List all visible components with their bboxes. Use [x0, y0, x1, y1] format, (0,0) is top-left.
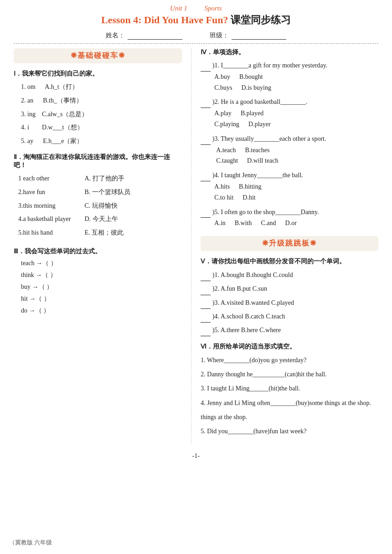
fill-5: 5. Did you________(have)fun last week? — [201, 426, 378, 437]
past-item-2: think →（ ） — [21, 271, 182, 279]
mc-options-3-wrap: A.teach B.teaches C.taught D.will teach — [202, 145, 378, 167]
sports-label: Sports — [205, 5, 222, 12]
phonetics-3: )3. A.visited B.wanted C.played — [201, 297, 378, 309]
mc-item-4: )4. I taught Jenny________the ball. A.hi… — [201, 170, 378, 203]
mc-item-1: )1. I________a gift for my mother yester… — [201, 60, 378, 93]
phonetics-2: )2. A.fun B.put C.sun — [201, 283, 378, 295]
section-II: Ⅱ．淘淘猫正在和迷你鼠玩连连看的游戏。你也来连一连吧！ 1 each other… — [14, 153, 182, 241]
mc-options-2: A.play B.played — [214, 108, 378, 119]
mc-options-1b: C.buys D.is buying — [214, 82, 378, 93]
section-I-item-5: 5. ay E.h___e（家） — [21, 136, 182, 147]
list-item: D. 今天上午 — [84, 214, 130, 225]
fill-4: 4. Jenny and Li Ming often________(buy)s… — [201, 397, 378, 409]
section-II-left: 1 each other 2.have fun 3.this morning 4… — [18, 173, 71, 241]
divider — [14, 43, 378, 44]
right-banner: ❋升级跳跳板❋ — [201, 236, 378, 251]
section-I-item-1: 1. om A.h_t（打） — [21, 82, 182, 92]
fill-4b: things at the shop. — [201, 411, 378, 423]
mc-options-4a: A.hits B.hitting — [214, 181, 378, 192]
past-item-1: teach →（ ） — [21, 259, 182, 267]
section-V: Ⅴ．请你找出每组中画线部分发音不同的一个单词。 )1. A.bought B.t… — [201, 257, 378, 336]
mc-options-4b: C.to hit D.hit — [214, 192, 378, 203]
section-II-title: Ⅱ．淘淘猫正在和迷你鼠玩连连看的游戏。你也来连一连吧！ — [14, 153, 182, 169]
left-column: ❋基础碰碰车❋ Ⅰ．我来帮它们找到自己的家。 1. om A.h_t（打） 2.… — [14, 48, 191, 443]
section-IV-title: Ⅳ．单项选择。 — [201, 48, 378, 56]
mc-options-1: A.buy B.bought — [214, 72, 378, 82]
section-I-item-3: 3. ing C.alw_s（总是） — [21, 109, 182, 120]
lesson-title: Lesson 4: Did You Have Fun? 课堂同步练习 — [14, 13, 378, 27]
section-VI-title: Ⅵ．用所给单词的适当形式填空。 — [201, 343, 378, 351]
list-item: 4.a basketball player — [18, 214, 71, 225]
page: Unit 1 Sports Lesson 4: Did You Have Fun… — [0, 0, 392, 554]
section-VI: Ⅵ．用所给单词的适当形式填空。 1. Where________(do)you … — [201, 343, 378, 437]
mc-options-5: A.in B.with C.and D.or — [214, 218, 378, 229]
phonetics-5: )5. A.there B.here C.where — [201, 324, 378, 336]
list-item: 1 each other — [18, 173, 71, 184]
main-content: ❋基础碰碰车❋ Ⅰ．我来帮它们找到自己的家。 1. om A.h_t（打） 2.… — [14, 48, 378, 443]
section-IV: )1. I________a gift for my mother yester… — [201, 60, 378, 229]
list-item: A. 打了他的手 — [84, 173, 130, 184]
past-item-4: hit →（ ） — [21, 295, 182, 303]
mc-options-3a: A.teach B.teaches — [216, 145, 378, 156]
phonetics-1: )1. A.bought B.thought C.could — [201, 269, 378, 281]
name-row: 姓名： 班级： — [14, 31, 378, 40]
past-item-3: buy →（ ） — [21, 283, 182, 291]
unit-label: Unit 1 — [170, 5, 187, 12]
section-I: Ⅰ．我来帮它们找到自己的家。 1. om A.h_t（打） 2. an B.th… — [14, 70, 182, 147]
class-field: 班级： — [210, 31, 286, 40]
header: Unit 1 Sports Lesson 4: Did You Have Fun… — [14, 5, 378, 27]
name-field: 姓名： — [106, 31, 182, 40]
right-column: Ⅳ．单项选择。 )1. I________a gift for my mothe… — [191, 48, 378, 443]
list-item: E. 互相；彼此 — [84, 227, 130, 238]
section-III: Ⅲ．我会写这些单词的过去式。 teach →（ ） think →（ ） buy… — [14, 247, 182, 315]
left-banner: ❋基础碰碰车❋ — [14, 48, 182, 63]
mc-item-3: )3. They usually________each other a spo… — [201, 133, 378, 166]
section-I-title: Ⅰ．我来帮它们找到自己的家。 — [14, 70, 182, 78]
page-number: -1- — [14, 452, 378, 460]
past-item-5: do →（ ） — [21, 307, 182, 315]
section-I-item-2: 2. an B.th_（事情） — [21, 95, 182, 106]
mc-options-3b: C.taught D.will teach — [216, 155, 378, 166]
fill-1: 1. Where________(do)you go yesterday? — [201, 354, 378, 366]
list-item: 5.hit his hand — [18, 227, 71, 238]
title-en: Lesson 4: Did You Have Fun? — [101, 14, 228, 26]
section-I-item-4: 4. i D.w___t（想） — [21, 122, 182, 133]
list-item: C. 玩得愉快 — [84, 200, 130, 211]
name-input[interactable] — [128, 31, 182, 40]
class-input[interactable] — [232, 31, 286, 40]
fill-3: 3. I taught Li Ming______(hit)the ball. — [201, 383, 378, 394]
mc-options-2b: C.playing D.player — [214, 119, 378, 130]
list-item: 2.have fun — [18, 187, 71, 198]
fill-2: 2. Danny thought he__________(can)hit th… — [201, 369, 378, 380]
list-item: 3.this morning — [18, 200, 71, 211]
title-cn: 课堂同步练习 — [231, 14, 291, 26]
section-V-title: Ⅴ．请你找出每组中画线部分发音不同的一个单词。 — [201, 257, 378, 266]
mc-item-5: )5. I often go to the shop________Danny.… — [201, 207, 378, 229]
phonetics-4: )4. A.school B.catch C.teach — [201, 311, 378, 323]
section-III-title: Ⅲ．我会写这些单词的过去式。 — [14, 247, 182, 256]
mc-item-2: )2. He is a good basketball________. A.p… — [201, 97, 378, 129]
list-item: B. 一个篮球队员 — [84, 187, 130, 198]
edition-label: （冀教版 六年级 — [9, 539, 52, 547]
section-II-right: A. 打了他的手 B. 一个篮球队员 C. 玩得愉快 D. 今天上午 E. 互相… — [84, 173, 130, 241]
